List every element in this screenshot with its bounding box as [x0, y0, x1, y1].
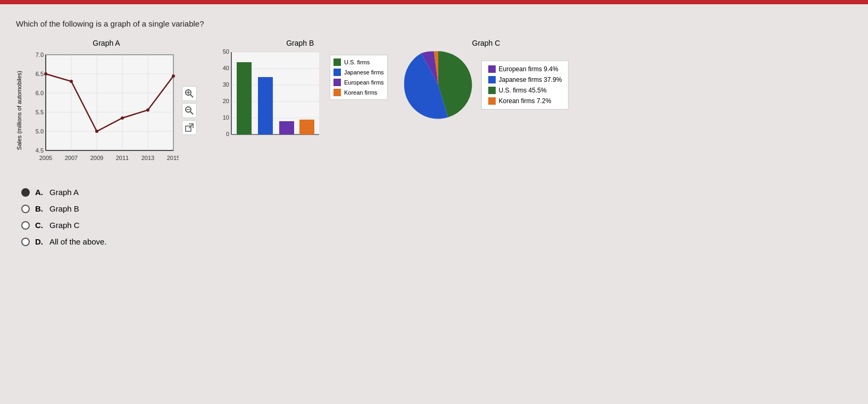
answer-a[interactable]: A. Graph A	[21, 188, 852, 197]
graph-c-legend: European firms 9.4% Japanese firms 37.9%…	[481, 61, 569, 110]
legend-c-european: European firms 9.4%	[488, 65, 562, 73]
c-korean-label: Korean firms 7.2%	[499, 97, 552, 105]
svg-text:50: 50	[223, 49, 229, 55]
answer-b-letter: B.	[35, 204, 43, 213]
legend-item-european: European firms	[333, 79, 384, 86]
japanese-label: Japanese firms	[344, 69, 384, 75]
svg-rect-57	[279, 121, 294, 134]
graph-a-svg: 7.0 6.5 6.0 5.5 5.0 4.5 2005 2007 2009 2…	[24, 49, 179, 172]
answer-b[interactable]: B. Graph B	[21, 204, 852, 213]
svg-text:2013: 2013	[141, 155, 154, 161]
svg-text:2007: 2007	[65, 155, 78, 161]
legend-item-korean: Korean firms	[333, 89, 384, 96]
svg-text:7.0: 7.0	[36, 52, 44, 58]
svg-text:4.5: 4.5	[36, 147, 44, 154]
graph-b-container: Graph B 0	[213, 39, 388, 156]
korean-color	[333, 89, 341, 96]
svg-text:2005: 2005	[39, 155, 52, 161]
legend-c-us: U.S. firms 45.5%	[488, 87, 562, 94]
question-text: Which of the following is a graph of a s…	[16, 19, 852, 28]
answer-c[interactable]: C. Graph C	[21, 221, 852, 230]
answer-choices: A. Graph A B. Graph B C. Graph C D. All …	[21, 188, 852, 246]
legend-c-korean: Korean firms 7.2%	[488, 97, 562, 105]
zoom-in-icon[interactable]	[182, 86, 197, 101]
answer-a-text: Graph A	[49, 188, 79, 197]
answer-b-text: Graph B	[49, 204, 79, 213]
svg-text:2015: 2015	[167, 155, 179, 161]
us-label: U.S. firms	[344, 59, 370, 65]
c-european-color	[488, 65, 496, 73]
svg-text:5.0: 5.0	[36, 128, 44, 134]
svg-line-32	[190, 95, 193, 97]
c-european-label: European firms 9.4%	[499, 65, 558, 73]
european-label: European firms	[344, 79, 384, 86]
svg-line-36	[190, 112, 193, 114]
radio-d[interactable]	[21, 238, 30, 246]
svg-text:40: 40	[223, 65, 229, 71]
graph-b-legend: U.S. firms Japanese firms European firms…	[330, 55, 388, 100]
graph-a-title: Graph A	[93, 39, 120, 47]
svg-point-28	[121, 116, 124, 120]
c-us-color	[488, 87, 496, 94]
top-bar	[0, 0, 868, 4]
zoom-out-icon[interactable]	[182, 103, 197, 118]
radio-a[interactable]	[21, 188, 30, 197]
svg-point-29	[146, 108, 149, 112]
graph-a-container: Graph A Sales (millions of automobiles)	[16, 39, 197, 172]
answer-c-text: Graph C	[49, 221, 80, 230]
answer-d-text: All of the above.	[49, 237, 107, 246]
legend-item-us: U.S. firms	[333, 58, 384, 66]
answer-d-letter: D.	[35, 237, 43, 246]
korean-label: Korean firms	[344, 89, 377, 96]
radio-c[interactable]	[21, 221, 30, 230]
svg-text:6.0: 6.0	[36, 90, 44, 96]
svg-point-27	[95, 130, 98, 133]
graph-c-pie	[404, 50, 473, 120]
svg-point-25	[44, 72, 47, 75]
svg-text:6.5: 6.5	[36, 71, 44, 77]
svg-point-30	[172, 74, 175, 78]
c-us-label: U.S. firms 45.5%	[499, 87, 547, 94]
svg-text:2009: 2009	[90, 155, 103, 161]
svg-text:5.5: 5.5	[36, 109, 44, 115]
c-korean-color	[488, 97, 496, 105]
svg-rect-58	[299, 120, 314, 134]
svg-point-26	[70, 80, 73, 83]
svg-text:0: 0	[226, 131, 229, 137]
graph-a-y-label: Sales (millions of automobiles)	[16, 71, 22, 150]
answer-c-letter: C.	[35, 221, 43, 230]
japanese-color	[333, 69, 341, 76]
radio-b[interactable]	[21, 205, 30, 213]
svg-text:30: 30	[223, 81, 229, 88]
graph-b-svg: 0 10 20 30 40 50	[213, 49, 324, 156]
graphs-row: Graph A Sales (millions of automobiles)	[16, 39, 852, 172]
svg-text:10: 10	[223, 114, 229, 121]
us-color	[333, 58, 341, 66]
graph-b-title: Graph B	[286, 39, 314, 47]
svg-rect-56	[258, 77, 273, 134]
zoom-icons	[182, 86, 197, 135]
svg-rect-55	[237, 62, 252, 134]
european-color	[333, 79, 341, 86]
answer-d[interactable]: D. All of the above.	[21, 237, 852, 246]
c-japanese-label: Japanese firms 37.9%	[499, 76, 562, 83]
c-japanese-color	[488, 76, 496, 83]
svg-text:20: 20	[223, 98, 229, 104]
graph-a-inner: Sales (millions of automobiles)	[16, 49, 197, 172]
external-link-icon[interactable]	[182, 120, 197, 135]
graph-c-title: Graph C	[404, 39, 569, 47]
legend-item-japanese: Japanese firms	[333, 69, 384, 76]
svg-text:2011: 2011	[116, 155, 129, 161]
answer-a-letter: A.	[35, 188, 43, 197]
graph-c-container: Graph C	[404, 39, 569, 120]
graph-c-inner: European firms 9.4% Japanese firms 37.9%…	[404, 50, 569, 120]
legend-c-japanese: Japanese firms 37.9%	[488, 76, 562, 83]
